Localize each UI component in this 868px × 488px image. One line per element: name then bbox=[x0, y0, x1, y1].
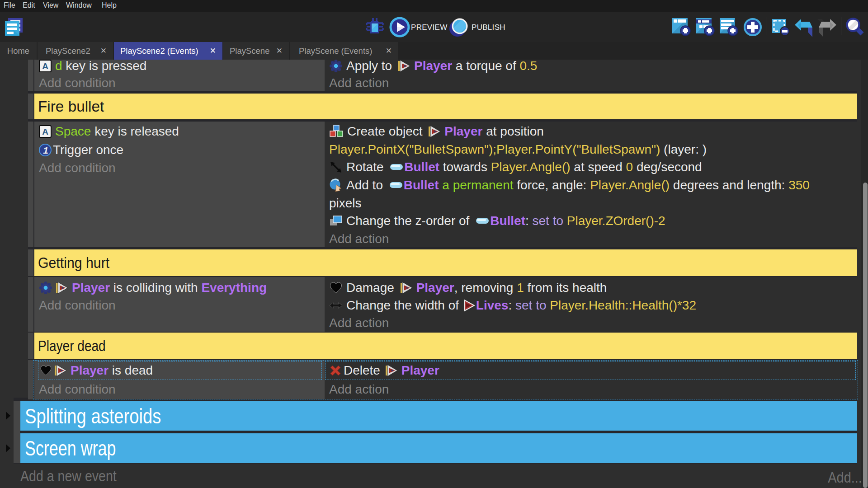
svg-text:1: 1 bbox=[43, 145, 48, 155]
svg-text:A: A bbox=[42, 61, 48, 71]
svg-text:A: A bbox=[42, 127, 48, 136]
